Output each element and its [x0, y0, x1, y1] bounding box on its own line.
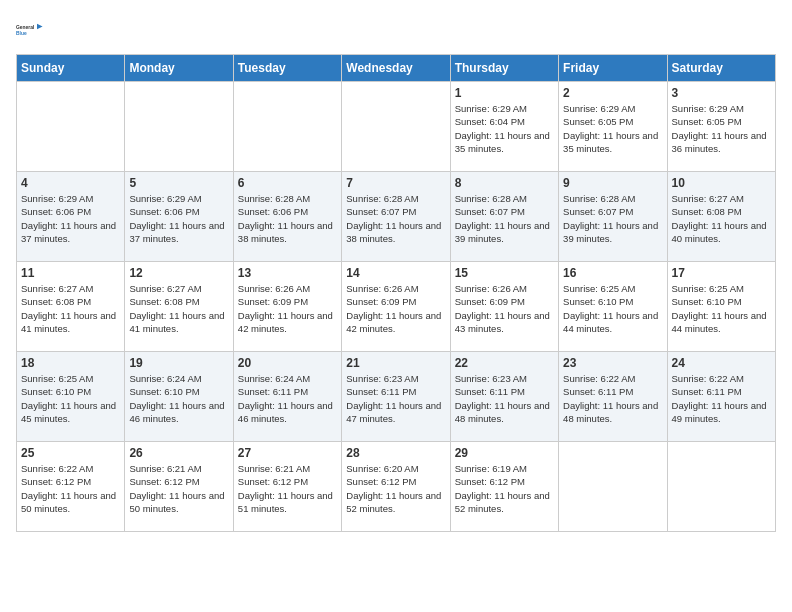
- calendar-day-cell: 2Sunrise: 6:29 AMSunset: 6:05 PMDaylight…: [559, 82, 667, 172]
- calendar-day-cell: [125, 82, 233, 172]
- calendar-day-cell: 3Sunrise: 6:29 AMSunset: 6:05 PMDaylight…: [667, 82, 775, 172]
- weekday-header: Thursday: [450, 55, 558, 82]
- calendar-week-row: 4Sunrise: 6:29 AMSunset: 6:06 PMDaylight…: [17, 172, 776, 262]
- day-info: Sunrise: 6:24 AMSunset: 6:11 PMDaylight:…: [238, 372, 337, 425]
- svg-text:Blue: Blue: [16, 31, 27, 36]
- day-info: Sunrise: 6:28 AMSunset: 6:06 PMDaylight:…: [238, 192, 337, 245]
- day-number: 2: [563, 86, 662, 100]
- calendar-day-cell: 15Sunrise: 6:26 AMSunset: 6:09 PMDayligh…: [450, 262, 558, 352]
- calendar-day-cell: 14Sunrise: 6:26 AMSunset: 6:09 PMDayligh…: [342, 262, 450, 352]
- calendar-day-cell: 17Sunrise: 6:25 AMSunset: 6:10 PMDayligh…: [667, 262, 775, 352]
- calendar-day-cell: [667, 442, 775, 532]
- weekday-header: Friday: [559, 55, 667, 82]
- day-info: Sunrise: 6:28 AMSunset: 6:07 PMDaylight:…: [563, 192, 662, 245]
- day-number: 26: [129, 446, 228, 460]
- calendar-day-cell: [559, 442, 667, 532]
- day-number: 16: [563, 266, 662, 280]
- day-info: Sunrise: 6:25 AMSunset: 6:10 PMDaylight:…: [563, 282, 662, 335]
- day-info: Sunrise: 6:28 AMSunset: 6:07 PMDaylight:…: [455, 192, 554, 245]
- day-number: 17: [672, 266, 771, 280]
- day-number: 3: [672, 86, 771, 100]
- day-info: Sunrise: 6:21 AMSunset: 6:12 PMDaylight:…: [129, 462, 228, 515]
- day-info: Sunrise: 6:26 AMSunset: 6:09 PMDaylight:…: [346, 282, 445, 335]
- day-info: Sunrise: 6:27 AMSunset: 6:08 PMDaylight:…: [129, 282, 228, 335]
- calendar-week-row: 18Sunrise: 6:25 AMSunset: 6:10 PMDayligh…: [17, 352, 776, 442]
- day-number: 22: [455, 356, 554, 370]
- day-number: 28: [346, 446, 445, 460]
- calendar-day-cell: 21Sunrise: 6:23 AMSunset: 6:11 PMDayligh…: [342, 352, 450, 442]
- day-number: 20: [238, 356, 337, 370]
- calendar-day-cell: 28Sunrise: 6:20 AMSunset: 6:12 PMDayligh…: [342, 442, 450, 532]
- day-number: 23: [563, 356, 662, 370]
- day-info: Sunrise: 6:29 AMSunset: 6:06 PMDaylight:…: [21, 192, 120, 245]
- day-number: 18: [21, 356, 120, 370]
- day-info: Sunrise: 6:29 AMSunset: 6:05 PMDaylight:…: [672, 102, 771, 155]
- day-number: 15: [455, 266, 554, 280]
- calendar-day-cell: 7Sunrise: 6:28 AMSunset: 6:07 PMDaylight…: [342, 172, 450, 262]
- weekday-header: Saturday: [667, 55, 775, 82]
- calendar-day-cell: 6Sunrise: 6:28 AMSunset: 6:06 PMDaylight…: [233, 172, 341, 262]
- calendar-day-cell: 12Sunrise: 6:27 AMSunset: 6:08 PMDayligh…: [125, 262, 233, 352]
- calendar-table: SundayMondayTuesdayWednesdayThursdayFrid…: [16, 54, 776, 532]
- day-info: Sunrise: 6:27 AMSunset: 6:08 PMDaylight:…: [672, 192, 771, 245]
- logo: GeneralBlue: [16, 16, 44, 44]
- day-number: 27: [238, 446, 337, 460]
- day-info: Sunrise: 6:21 AMSunset: 6:12 PMDaylight:…: [238, 462, 337, 515]
- calendar-week-row: 1Sunrise: 6:29 AMSunset: 6:04 PMDaylight…: [17, 82, 776, 172]
- day-info: Sunrise: 6:23 AMSunset: 6:11 PMDaylight:…: [346, 372, 445, 425]
- calendar-header-row: SundayMondayTuesdayWednesdayThursdayFrid…: [17, 55, 776, 82]
- day-info: Sunrise: 6:23 AMSunset: 6:11 PMDaylight:…: [455, 372, 554, 425]
- logo-icon: GeneralBlue: [16, 16, 44, 44]
- calendar-day-cell: 18Sunrise: 6:25 AMSunset: 6:10 PMDayligh…: [17, 352, 125, 442]
- day-info: Sunrise: 6:29 AMSunset: 6:05 PMDaylight:…: [563, 102, 662, 155]
- day-number: 8: [455, 176, 554, 190]
- day-number: 19: [129, 356, 228, 370]
- day-info: Sunrise: 6:22 AMSunset: 6:11 PMDaylight:…: [563, 372, 662, 425]
- day-info: Sunrise: 6:28 AMSunset: 6:07 PMDaylight:…: [346, 192, 445, 245]
- day-number: 24: [672, 356, 771, 370]
- calendar-day-cell: 8Sunrise: 6:28 AMSunset: 6:07 PMDaylight…: [450, 172, 558, 262]
- day-info: Sunrise: 6:24 AMSunset: 6:10 PMDaylight:…: [129, 372, 228, 425]
- calendar-day-cell: 22Sunrise: 6:23 AMSunset: 6:11 PMDayligh…: [450, 352, 558, 442]
- calendar-day-cell: 26Sunrise: 6:21 AMSunset: 6:12 PMDayligh…: [125, 442, 233, 532]
- day-number: 13: [238, 266, 337, 280]
- day-number: 11: [21, 266, 120, 280]
- calendar-day-cell: 20Sunrise: 6:24 AMSunset: 6:11 PMDayligh…: [233, 352, 341, 442]
- calendar-day-cell: 23Sunrise: 6:22 AMSunset: 6:11 PMDayligh…: [559, 352, 667, 442]
- day-info: Sunrise: 6:26 AMSunset: 6:09 PMDaylight:…: [455, 282, 554, 335]
- day-number: 1: [455, 86, 554, 100]
- day-info: Sunrise: 6:20 AMSunset: 6:12 PMDaylight:…: [346, 462, 445, 515]
- calendar-day-cell: 10Sunrise: 6:27 AMSunset: 6:08 PMDayligh…: [667, 172, 775, 262]
- day-number: 7: [346, 176, 445, 190]
- calendar-day-cell: [233, 82, 341, 172]
- day-number: 29: [455, 446, 554, 460]
- day-number: 6: [238, 176, 337, 190]
- calendar-day-cell: 27Sunrise: 6:21 AMSunset: 6:12 PMDayligh…: [233, 442, 341, 532]
- day-info: Sunrise: 6:19 AMSunset: 6:12 PMDaylight:…: [455, 462, 554, 515]
- svg-text:General: General: [16, 25, 35, 30]
- day-info: Sunrise: 6:27 AMSunset: 6:08 PMDaylight:…: [21, 282, 120, 335]
- calendar-day-cell: 4Sunrise: 6:29 AMSunset: 6:06 PMDaylight…: [17, 172, 125, 262]
- calendar-day-cell: 25Sunrise: 6:22 AMSunset: 6:12 PMDayligh…: [17, 442, 125, 532]
- day-info: Sunrise: 6:22 AMSunset: 6:11 PMDaylight:…: [672, 372, 771, 425]
- weekday-header: Monday: [125, 55, 233, 82]
- day-number: 21: [346, 356, 445, 370]
- calendar-week-row: 11Sunrise: 6:27 AMSunset: 6:08 PMDayligh…: [17, 262, 776, 352]
- calendar-week-row: 25Sunrise: 6:22 AMSunset: 6:12 PMDayligh…: [17, 442, 776, 532]
- calendar-day-cell: 5Sunrise: 6:29 AMSunset: 6:06 PMDaylight…: [125, 172, 233, 262]
- day-info: Sunrise: 6:26 AMSunset: 6:09 PMDaylight:…: [238, 282, 337, 335]
- day-info: Sunrise: 6:29 AMSunset: 6:04 PMDaylight:…: [455, 102, 554, 155]
- calendar-day-cell: 29Sunrise: 6:19 AMSunset: 6:12 PMDayligh…: [450, 442, 558, 532]
- weekday-header: Wednesday: [342, 55, 450, 82]
- calendar-day-cell: 13Sunrise: 6:26 AMSunset: 6:09 PMDayligh…: [233, 262, 341, 352]
- svg-marker-2: [37, 24, 43, 30]
- calendar-day-cell: 16Sunrise: 6:25 AMSunset: 6:10 PMDayligh…: [559, 262, 667, 352]
- weekday-header: Tuesday: [233, 55, 341, 82]
- calendar-day-cell: 19Sunrise: 6:24 AMSunset: 6:10 PMDayligh…: [125, 352, 233, 442]
- calendar-day-cell: 1Sunrise: 6:29 AMSunset: 6:04 PMDaylight…: [450, 82, 558, 172]
- weekday-header: Sunday: [17, 55, 125, 82]
- page-header: GeneralBlue: [16, 16, 776, 44]
- day-info: Sunrise: 6:22 AMSunset: 6:12 PMDaylight:…: [21, 462, 120, 515]
- day-info: Sunrise: 6:25 AMSunset: 6:10 PMDaylight:…: [672, 282, 771, 335]
- day-number: 12: [129, 266, 228, 280]
